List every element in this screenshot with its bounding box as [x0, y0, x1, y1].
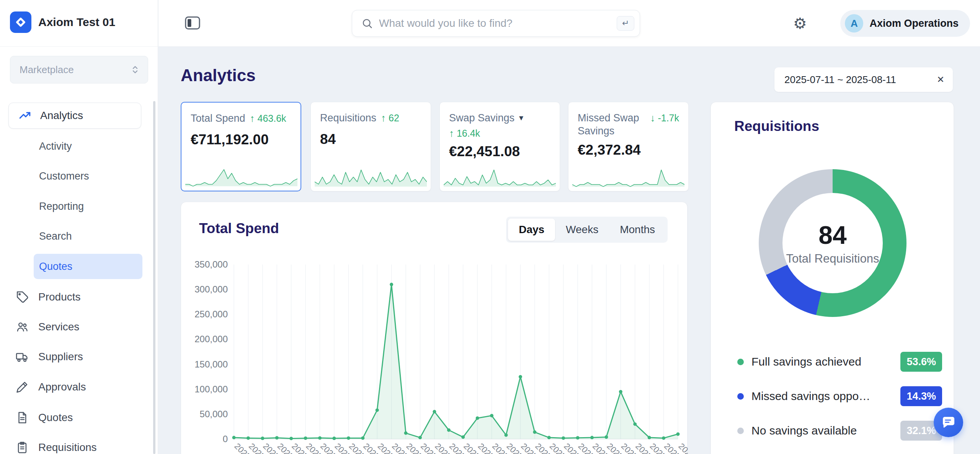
sidebar-item-label: Quotes	[38, 412, 73, 424]
donut-total-label: Total Requisitions	[786, 252, 879, 266]
enter-key-badge: ↵	[617, 16, 634, 31]
panel-left-icon	[185, 16, 201, 30]
marketplace-select-value: Marketplace	[20, 64, 129, 76]
stat-card-missed-swap-savings[interactable]: Missed Swap Savings ↓ -1.7k €2,372.84	[568, 102, 689, 191]
user-name: Axiom Operations	[869, 18, 959, 29]
interval-tabs: Days Weeks Months	[506, 217, 668, 243]
svg-text:50,000: 50,000	[200, 409, 228, 419]
sidebar-scrollbar[interactable]	[153, 101, 155, 454]
chart-title: Total Spend	[199, 220, 279, 237]
sidebar-item-requisitions[interactable]: Requisitions	[8, 434, 146, 454]
chevron-down-icon[interactable]: ▾	[519, 111, 523, 124]
legend-dot-gray	[737, 428, 744, 434]
sidebar-item-reporting[interactable]: Reporting	[34, 193, 142, 220]
sidebar-item-label: Services	[38, 321, 79, 333]
search-bar[interactable]: ↵	[352, 10, 640, 37]
sidebar-item-services[interactable]: Services	[8, 314, 146, 340]
users-icon	[15, 319, 30, 335]
sidebar-item-suppliers[interactable]: Suppliers	[8, 343, 146, 370]
legend-missed-savings: Missed savings oppo… 14.3%	[737, 385, 942, 408]
sparkline-chart	[444, 166, 556, 188]
sidebar-item-label: Products	[38, 291, 81, 303]
sidebar-item-search[interactable]: Search	[34, 223, 142, 250]
file-text-icon	[15, 410, 30, 425]
topbar: ↵ ⚙ A Axiom Operations	[158, 0, 980, 47]
sidebar-item-analytics[interactable]: Analytics	[8, 103, 141, 129]
sidebar-collapse-button[interactable]	[184, 15, 201, 32]
legend-dot-green	[737, 359, 744, 365]
requisitions-title: Requisitions	[734, 118, 819, 134]
sidebar-item-customers[interactable]: Customers	[34, 163, 142, 189]
stat-card-requisitions[interactable]: Requisitions ↑ 62 84	[310, 102, 431, 191]
main-content: Analytics 2025-07-11 ~ 2025-08-11 ✕ Tota…	[158, 47, 980, 454]
requisitions-panel: Requisitions 84 Total Requisitions Full …	[710, 102, 954, 454]
sidebar-item-label: Requisitions	[38, 441, 97, 454]
sidebar-header: Axiom Test 01	[0, 0, 158, 47]
svg-text:0: 0	[223, 434, 228, 444]
legend-full-savings: Full savings achieved 53.6%	[737, 350, 942, 373]
stat-trend: ↑ 463.6k	[250, 112, 286, 125]
marketplace-select[interactable]: Marketplace	[10, 56, 148, 83]
stat-label: Swap Savings	[449, 111, 514, 124]
svg-text:250,000: 250,000	[194, 309, 228, 319]
page-title: Analytics	[181, 66, 256, 85]
chat-bubble-icon	[941, 415, 956, 430]
sidebar-item-quotes[interactable]: Quotes	[8, 404, 146, 431]
donut-center: 84 Total Requisitions	[759, 169, 906, 317]
sparkline-chart	[185, 165, 297, 188]
sidebar-item-approvals[interactable]: Approvals	[8, 374, 146, 400]
donut-total: 84	[818, 220, 846, 250]
search-input[interactable]	[379, 17, 617, 29]
svg-text:350,000: 350,000	[194, 259, 228, 269]
tag-icon	[15, 289, 30, 305]
svg-text:300,000: 300,000	[194, 284, 228, 294]
stat-card-swap-savings[interactable]: Swap Savings ▾ ↑ 16.4k €22,451.08	[439, 102, 560, 191]
avatar: A	[845, 14, 863, 33]
stat-label: Missed Swap Savings	[578, 111, 645, 137]
sparkline-chart	[572, 166, 684, 188]
legend-no-savings: No savings available 32.1%	[737, 419, 942, 442]
sidebar-item-label: Analytics	[40, 109, 83, 122]
settings-button[interactable]: ⚙	[791, 14, 810, 33]
app-logo[interactable]	[10, 11, 31, 33]
tab-weeks[interactable]: Weeks	[555, 219, 609, 241]
date-range-value: 2025-07-11 ~ 2025-08-11	[784, 74, 937, 86]
svg-text:100,000: 100,000	[194, 384, 228, 394]
sidebar-item-quotes-sub[interactable]: Quotes	[34, 254, 142, 279]
tab-months[interactable]: Months	[609, 219, 666, 241]
sidebar: Axiom Test 01 Marketplace Analytics Acti…	[0, 0, 158, 454]
search-icon	[361, 18, 373, 29]
legend-dot-blue	[737, 393, 744, 400]
tab-days[interactable]: Days	[508, 219, 555, 241]
stat-trend: ↓ -1.7k	[650, 111, 679, 124]
stat-label: Total Spend	[191, 112, 245, 125]
diamond-logo-icon	[14, 16, 27, 29]
clipboard-list-icon	[15, 440, 30, 454]
percentage-badge: 14.3%	[900, 386, 942, 406]
date-range-picker[interactable]: 2025-07-11 ~ 2025-08-11 ✕	[774, 67, 953, 92]
svg-text:150,000: 150,000	[194, 359, 228, 369]
stat-value: €22,451.08	[449, 144, 550, 160]
stat-card-total-spend[interactable]: Total Spend ↑ 463.6k €711,192.00	[181, 102, 301, 191]
sidebar-item-activity[interactable]: Activity	[34, 133, 142, 160]
sidebar-item-products[interactable]: Products	[8, 284, 146, 310]
sidebar-item-label: Approvals	[38, 381, 86, 393]
chat-button[interactable]	[934, 408, 963, 437]
svg-text:200,000: 200,000	[194, 334, 228, 344]
stat-value: €2,372.84	[578, 142, 679, 158]
truck-icon	[15, 349, 30, 364]
stat-trend: ↑ 62	[381, 111, 399, 124]
total-spend-chart-card: Total Spend Days Weeks Months 050,000100…	[181, 202, 688, 454]
analytics-trend-icon	[17, 108, 33, 123]
clear-date-icon[interactable]: ✕	[937, 74, 944, 85]
total-spend-line-chart: 050,000100,000150,000200,000250,000300,0…	[181, 252, 688, 454]
app-title: Axiom Test 01	[38, 11, 115, 33]
stat-label: Requisitions	[320, 111, 376, 124]
stat-trend: ↑ 16.4k	[449, 127, 550, 140]
stat-value: 84	[320, 131, 421, 147]
select-stepper-icon	[129, 64, 141, 75]
stat-value: €711,192.00	[191, 132, 291, 148]
user-menu[interactable]: A Axiom Operations	[840, 10, 970, 37]
percentage-badge: 53.6%	[900, 352, 942, 372]
sidebar-item-label: Suppliers	[38, 351, 83, 363]
